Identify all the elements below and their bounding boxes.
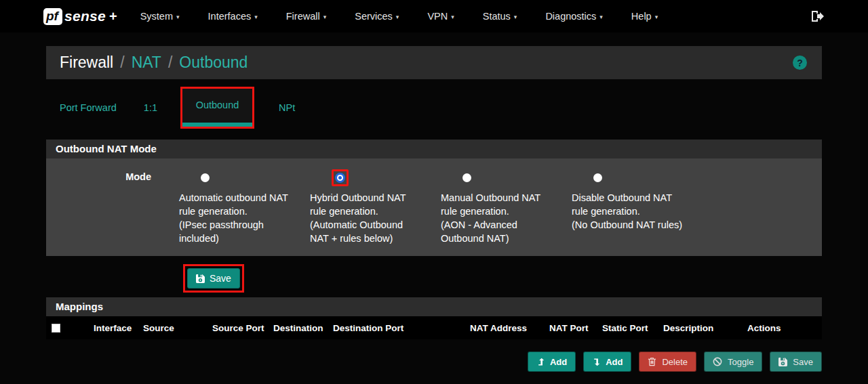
breadcrumb-link-nat[interactable]: NAT	[132, 54, 161, 72]
save-mappings-button[interactable]: Save	[770, 351, 822, 372]
col-nat-port: NAT Port	[549, 323, 602, 333]
nav-item-label: System	[140, 11, 173, 22]
nav-item-label: Diagnostics	[545, 11, 596, 22]
nav-item-label: Status	[483, 11, 511, 22]
add-button-label: Add	[606, 357, 623, 367]
breadcrumb: Firewall / NAT / Outbound	[60, 54, 248, 72]
chevron-down-icon: ▾	[176, 12, 180, 20]
save-icon	[778, 358, 787, 366]
radio-unselected-icon[interactable]	[593, 173, 602, 182]
col-source: Source	[143, 323, 212, 333]
top-navbar: pf sense + System ▾ Interfaces ▾ Firewal…	[0, 0, 868, 33]
nav-item-label: VPN	[427, 11, 448, 22]
mode-option-label: Manual Outbound NAT rule generation. (AO…	[441, 191, 568, 245]
breadcrumb-link-outbound[interactable]: Outbound	[179, 54, 248, 72]
question-mark-icon: ?	[797, 58, 803, 68]
level-up-arrow-icon	[536, 358, 545, 366]
nav-item-label: Firewall	[286, 11, 320, 22]
delete-button-label: Delete	[662, 357, 688, 367]
radio-selected-icon[interactable]	[335, 173, 345, 183]
annotation-box-selected-radio	[332, 169, 349, 186]
chevron-down-icon: ▾	[323, 12, 327, 20]
mode-option-disable: Disable Outbound NAT rule generation. (N…	[572, 168, 703, 245]
annotation-box-outbound-tab: Outbound	[180, 87, 254, 129]
breadcrumb-separator: /	[168, 54, 172, 72]
toggle-button-label: Toggle	[728, 357, 753, 367]
mode-option-label: Hybrid Outbound NAT rule generation. (Au…	[310, 191, 437, 245]
annotation-box-save-button: Save	[183, 264, 244, 293]
help-button[interactable]: ?	[793, 56, 807, 70]
mode-option-label: Automatic outbound NAT rule generation. …	[179, 191, 307, 245]
nav-item-diagnostics[interactable]: Diagnostics ▾	[545, 11, 602, 22]
chevron-down-icon: ▾	[451, 12, 454, 20]
nav-menu: System ▾ Interfaces ▾ Firewall ▾ Service…	[140, 11, 658, 22]
breadcrumb-section: Firewall	[60, 54, 113, 72]
mode-option-manual: Manual Outbound NAT rule generation. (AO…	[441, 168, 572, 245]
mode-option-automatic: Automatic outbound NAT rule generation. …	[179, 168, 310, 245]
chevron-down-icon: ▾	[396, 12, 399, 20]
col-destination: Destination	[273, 323, 333, 333]
save-button-label: Save	[210, 273, 231, 284]
tab-outbound[interactable]: Outbound	[182, 89, 252, 127]
chevron-down-icon: ▾	[254, 12, 258, 20]
panel-title: Outbound NAT Mode	[46, 140, 822, 158]
col-nat-address: NAT Address	[470, 323, 549, 333]
pfsense-logo[interactable]: pf sense +	[43, 8, 117, 25]
mode-field-label: Mode	[46, 168, 161, 245]
nav-item-status[interactable]: Status ▾	[483, 11, 517, 22]
mappings-actions: Add Add Delete	[46, 351, 822, 372]
nav-item-firewall[interactable]: Firewall ▾	[286, 11, 326, 22]
ban-icon	[713, 357, 722, 366]
nav-item-label: Services	[355, 11, 393, 22]
col-destination-port: Destination Port	[333, 323, 470, 333]
tab-npt[interactable]: NPt	[265, 102, 309, 113]
panel-title: Mappings	[46, 297, 822, 316]
nav-item-label: Help	[631, 11, 652, 22]
add-rule-bottom-button[interactable]: Add	[583, 351, 631, 372]
pf-logo-plus: +	[109, 9, 117, 24]
tab-port-forward[interactable]: Port Forward	[46, 102, 130, 113]
level-down-arrow-icon	[592, 358, 600, 366]
toggle-button[interactable]: Toggle	[704, 351, 762, 372]
delete-button[interactable]: Delete	[639, 351, 696, 372]
col-actions: Actions	[747, 323, 822, 333]
col-description: Description	[663, 323, 747, 333]
nav-item-system[interactable]: System ▾	[140, 11, 180, 22]
logout-button[interactable]	[811, 10, 825, 22]
radio-unselected-icon[interactable]	[201, 173, 210, 182]
save-icon	[196, 274, 205, 283]
mode-options: Automatic outbound NAT rule generation. …	[179, 168, 703, 245]
chevron-down-icon: ▾	[599, 12, 603, 20]
breadcrumb-separator: /	[120, 54, 124, 72]
outbound-nat-mode-panel: Outbound NAT Mode Mode Automatic outboun…	[46, 140, 822, 256]
nav-item-vpn[interactable]: VPN ▾	[427, 11, 454, 22]
mappings-panel: Mappings Interface Source Source Port De…	[46, 297, 822, 339]
mode-option-hybrid: Hybrid Outbound NAT rule generation. (Au…	[310, 168, 441, 245]
col-interface: Interface	[94, 323, 143, 333]
nat-tabs: Port Forward 1:1 Outbound NPt	[46, 87, 822, 129]
save-button[interactable]: Save	[187, 268, 240, 289]
chevron-down-icon: ▾	[655, 12, 658, 20]
save-button-label: Save	[793, 357, 813, 367]
nav-item-services[interactable]: Services ▾	[355, 11, 399, 22]
mode-option-label: Disable Outbound NAT rule generation. (N…	[572, 191, 699, 232]
breadcrumb-bar: Firewall / NAT / Outbound ?	[46, 46, 822, 79]
nav-item-interfaces[interactable]: Interfaces ▾	[208, 11, 258, 22]
col-source-port: Source Port	[212, 323, 273, 333]
radio-unselected-icon[interactable]	[462, 173, 471, 182]
select-all-checkbox[interactable]	[52, 324, 60, 333]
mappings-table-header: Interface Source Source Port Destination…	[46, 316, 822, 339]
add-button-label: Add	[550, 357, 567, 367]
trash-icon	[648, 357, 656, 366]
add-rule-top-button[interactable]: Add	[528, 351, 576, 372]
nav-item-help[interactable]: Help ▾	[631, 11, 658, 22]
sign-out-icon	[811, 10, 825, 22]
tab-1-1[interactable]: 1:1	[130, 102, 171, 113]
panel-body: Mode Automatic outbound NAT rule generat…	[46, 158, 822, 256]
pf-logo-text: sense	[64, 8, 106, 24]
col-static-port: Static Port	[602, 323, 663, 333]
nav-item-label: Interfaces	[208, 11, 252, 22]
pf-logo-tile: pf	[43, 8, 62, 25]
chevron-down-icon: ▾	[514, 12, 517, 20]
